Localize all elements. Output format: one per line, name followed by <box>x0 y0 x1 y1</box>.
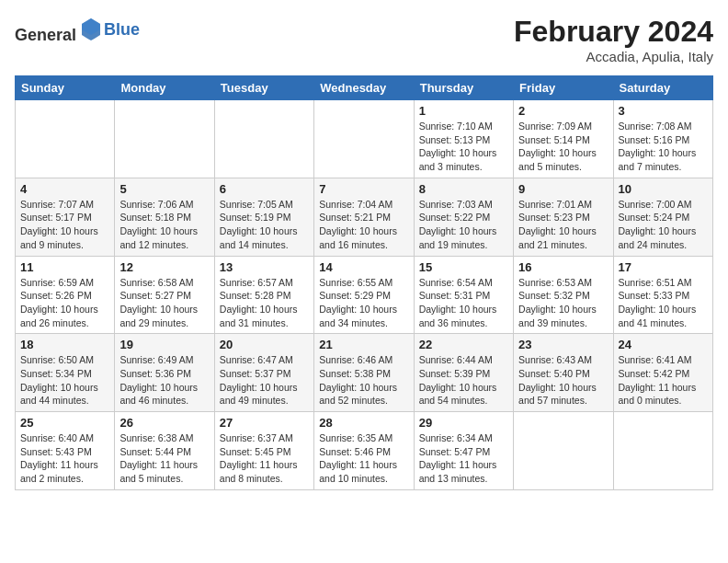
table-row: 25Sunrise: 6:40 AM Sunset: 5:43 PM Dayli… <box>16 412 115 490</box>
day-info: Sunrise: 6:43 AM Sunset: 5:40 PM Dayligh… <box>518 353 608 408</box>
table-row: 13Sunrise: 6:57 AM Sunset: 5:28 PM Dayli… <box>214 256 313 334</box>
logo-blue: Blue <box>104 20 140 39</box>
day-number: 13 <box>220 260 309 274</box>
location-subtitle: Accadia, Apulia, Italy <box>514 49 713 64</box>
table-row: 15Sunrise: 6:54 AM Sunset: 5:31 PM Dayli… <box>414 256 513 334</box>
day-number: 5 <box>119 182 209 196</box>
day-number: 1 <box>419 104 508 118</box>
calendar-week-row: 4Sunrise: 7:07 AM Sunset: 5:17 PM Daylig… <box>16 178 713 256</box>
table-row <box>314 100 414 178</box>
day-info: Sunrise: 7:10 AM Sunset: 5:13 PM Dayligh… <box>419 120 508 174</box>
table-row: 23Sunrise: 6:43 AM Sunset: 5:40 PM Dayli… <box>514 334 613 412</box>
day-number: 27 <box>220 416 309 430</box>
day-info: Sunrise: 6:53 AM Sunset: 5:32 PM Dayligh… <box>518 276 608 330</box>
day-number: 2 <box>518 104 608 118</box>
col-sunday: Sunday <box>16 76 115 100</box>
day-number: 19 <box>119 338 209 351</box>
logo-general: General <box>15 26 76 44</box>
day-info: Sunrise: 7:07 AM Sunset: 5:17 PM Dayligh… <box>20 198 109 252</box>
table-row: 26Sunrise: 6:38 AM Sunset: 5:44 PM Dayli… <box>115 412 214 490</box>
calendar-week-row: 1Sunrise: 7:10 AM Sunset: 5:13 PM Daylig… <box>16 100 713 178</box>
day-number: 15 <box>419 260 508 274</box>
table-row: 27Sunrise: 6:37 AM Sunset: 5:45 PM Dayli… <box>214 412 313 490</box>
table-row <box>214 100 313 178</box>
table-row: 6Sunrise: 7:05 AM Sunset: 5:19 PM Daylig… <box>214 178 313 256</box>
table-row: 29Sunrise: 6:34 AM Sunset: 5:47 PM Dayli… <box>414 412 513 490</box>
day-info: Sunrise: 6:47 AM Sunset: 5:37 PM Dayligh… <box>220 353 309 408</box>
day-info: Sunrise: 7:01 AM Sunset: 5:23 PM Dayligh… <box>518 198 608 252</box>
day-info: Sunrise: 7:00 AM Sunset: 5:24 PM Dayligh… <box>619 198 708 252</box>
table-row <box>16 100 115 178</box>
table-row: 24Sunrise: 6:41 AM Sunset: 5:42 PM Dayli… <box>613 334 712 412</box>
table-row: 20Sunrise: 6:47 AM Sunset: 5:37 PM Dayli… <box>214 334 313 412</box>
table-row <box>514 412 613 490</box>
day-info: Sunrise: 6:58 AM Sunset: 5:27 PM Dayligh… <box>119 276 209 330</box>
col-friday: Friday <box>514 76 613 100</box>
day-info: Sunrise: 6:55 AM Sunset: 5:29 PM Dayligh… <box>319 276 408 330</box>
day-number: 16 <box>518 260 608 274</box>
day-info: Sunrise: 7:04 AM Sunset: 5:21 PM Dayligh… <box>319 198 408 252</box>
day-info: Sunrise: 7:08 AM Sunset: 5:16 PM Dayligh… <box>619 120 708 174</box>
table-row <box>115 100 214 178</box>
calendar-week-row: 11Sunrise: 6:59 AM Sunset: 5:26 PM Dayli… <box>16 256 713 334</box>
day-number: 26 <box>119 416 209 430</box>
table-row: 7Sunrise: 7:04 AM Sunset: 5:21 PM Daylig… <box>314 178 414 256</box>
day-number: 11 <box>20 260 109 274</box>
table-row <box>613 412 712 490</box>
table-row: 9Sunrise: 7:01 AM Sunset: 5:23 PM Daylig… <box>514 178 613 256</box>
day-info: Sunrise: 6:38 AM Sunset: 5:44 PM Dayligh… <box>119 431 209 486</box>
day-info: Sunrise: 6:57 AM Sunset: 5:28 PM Dayligh… <box>220 276 309 330</box>
table-row: 18Sunrise: 6:50 AM Sunset: 5:34 PM Dayli… <box>16 334 115 412</box>
col-wednesday: Wednesday <box>314 76 414 100</box>
day-number: 29 <box>419 416 508 430</box>
day-info: Sunrise: 6:59 AM Sunset: 5:26 PM Dayligh… <box>20 276 109 330</box>
table-row: 2Sunrise: 7:09 AM Sunset: 5:14 PM Daylig… <box>514 100 613 178</box>
day-number: 18 <box>20 338 109 351</box>
col-thursday: Thursday <box>414 76 513 100</box>
col-monday: Monday <box>115 76 214 100</box>
day-number: 21 <box>319 338 408 351</box>
table-row: 16Sunrise: 6:53 AM Sunset: 5:32 PM Dayli… <box>514 256 613 334</box>
table-row: 8Sunrise: 7:03 AM Sunset: 5:22 PM Daylig… <box>414 178 513 256</box>
table-row: 21Sunrise: 6:46 AM Sunset: 5:38 PM Dayli… <box>314 334 414 412</box>
day-number: 28 <box>319 416 408 430</box>
table-row: 4Sunrise: 7:07 AM Sunset: 5:17 PM Daylig… <box>16 178 115 256</box>
day-number: 6 <box>220 182 309 196</box>
col-saturday: Saturday <box>613 76 712 100</box>
day-number: 23 <box>518 338 608 351</box>
day-number: 14 <box>319 260 408 274</box>
day-number: 3 <box>619 104 708 118</box>
calendar-week-row: 25Sunrise: 6:40 AM Sunset: 5:43 PM Dayli… <box>16 412 713 490</box>
logo-icon <box>78 15 104 40</box>
day-number: 17 <box>619 260 708 274</box>
day-number: 25 <box>20 416 109 430</box>
day-number: 12 <box>119 260 209 274</box>
calendar-week-row: 18Sunrise: 6:50 AM Sunset: 5:34 PM Dayli… <box>16 334 713 412</box>
day-number: 8 <box>419 182 508 196</box>
day-info: Sunrise: 6:51 AM Sunset: 5:33 PM Dayligh… <box>619 276 708 330</box>
day-info: Sunrise: 6:37 AM Sunset: 5:45 PM Dayligh… <box>220 431 309 486</box>
page-header: General Blue February 2024 Accadia, Apul… <box>15 15 713 64</box>
day-info: Sunrise: 6:50 AM Sunset: 5:34 PM Dayligh… <box>20 353 109 408</box>
day-info: Sunrise: 7:09 AM Sunset: 5:14 PM Dayligh… <box>518 120 608 174</box>
day-number: 4 <box>20 182 109 196</box>
table-row: 19Sunrise: 6:49 AM Sunset: 5:36 PM Dayli… <box>115 334 214 412</box>
day-info: Sunrise: 6:44 AM Sunset: 5:39 PM Dayligh… <box>419 353 508 408</box>
day-info: Sunrise: 6:49 AM Sunset: 5:36 PM Dayligh… <box>119 353 209 408</box>
day-info: Sunrise: 6:35 AM Sunset: 5:46 PM Dayligh… <box>319 431 408 486</box>
table-row: 3Sunrise: 7:08 AM Sunset: 5:16 PM Daylig… <box>613 100 712 178</box>
table-row: 17Sunrise: 6:51 AM Sunset: 5:33 PM Dayli… <box>613 256 712 334</box>
logo: General Blue <box>15 15 140 45</box>
day-info: Sunrise: 6:34 AM Sunset: 5:47 PM Dayligh… <box>419 431 508 486</box>
table-row: 22Sunrise: 6:44 AM Sunset: 5:39 PM Dayli… <box>414 334 513 412</box>
table-row: 12Sunrise: 6:58 AM Sunset: 5:27 PM Dayli… <box>115 256 214 334</box>
calendar-header-row: Sunday Monday Tuesday Wednesday Thursday… <box>16 76 713 100</box>
day-info: Sunrise: 6:40 AM Sunset: 5:43 PM Dayligh… <box>20 431 109 486</box>
day-number: 20 <box>220 338 309 351</box>
day-number: 7 <box>319 182 408 196</box>
title-area: February 2024 Accadia, Apulia, Italy <box>514 15 713 64</box>
col-tuesday: Tuesday <box>214 76 313 100</box>
table-row: 5Sunrise: 7:06 AM Sunset: 5:18 PM Daylig… <box>115 178 214 256</box>
day-number: 24 <box>619 338 708 351</box>
day-info: Sunrise: 7:06 AM Sunset: 5:18 PM Dayligh… <box>119 198 209 252</box>
